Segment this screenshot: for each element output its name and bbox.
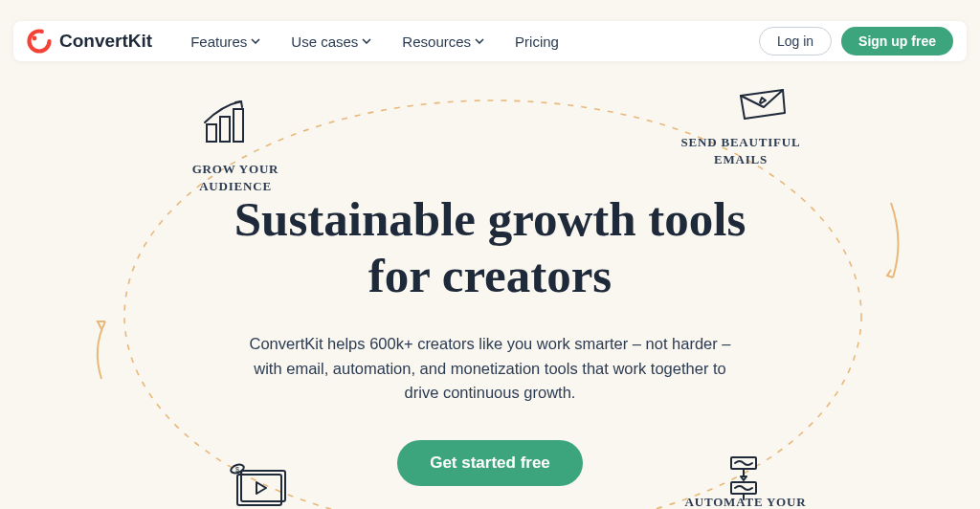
hero: Sustainable growth tools for creators Co… xyxy=(0,0,980,509)
convertkit-logo-icon xyxy=(27,29,52,54)
login-button[interactable]: Log in xyxy=(759,27,832,55)
signup-button[interactable]: Sign up free xyxy=(841,27,953,55)
nav-item-pricing[interactable]: Pricing xyxy=(515,33,559,50)
brand-logo[interactable]: ConvertKit xyxy=(27,29,152,54)
svg-point-7 xyxy=(30,32,50,52)
hero-title: Sustainable growth tools for creators xyxy=(234,191,746,303)
brand-name: ConvertKit xyxy=(59,31,152,52)
svg-point-8 xyxy=(33,36,37,41)
nav-item-use-cases[interactable]: Use cases xyxy=(291,33,371,50)
nav-item-features[interactable]: Features xyxy=(190,33,260,50)
hero-title-line1: Sustainable growth tools xyxy=(234,192,746,246)
chevron-down-icon xyxy=(251,38,260,44)
cta-get-started-button[interactable]: Get started free xyxy=(397,440,583,486)
nav-label: Pricing xyxy=(515,33,559,50)
nav-label: Resources xyxy=(402,33,471,50)
hero-title-line2: for creators xyxy=(368,249,612,302)
chevron-down-icon xyxy=(362,38,371,44)
nav-auth: Log in Sign up free xyxy=(759,27,953,55)
navbar: ConvertKit Features Use cases Resources … xyxy=(13,21,967,61)
nav-label: Features xyxy=(190,33,247,50)
hero-subtitle: ConvertKit helps 600k+ creators like you… xyxy=(236,332,744,406)
chevron-down-icon xyxy=(475,38,484,44)
nav-links: Features Use cases Resources Pricing xyxy=(190,33,559,50)
nav-label: Use cases xyxy=(291,33,358,50)
nav-item-resources[interactable]: Resources xyxy=(402,33,484,50)
